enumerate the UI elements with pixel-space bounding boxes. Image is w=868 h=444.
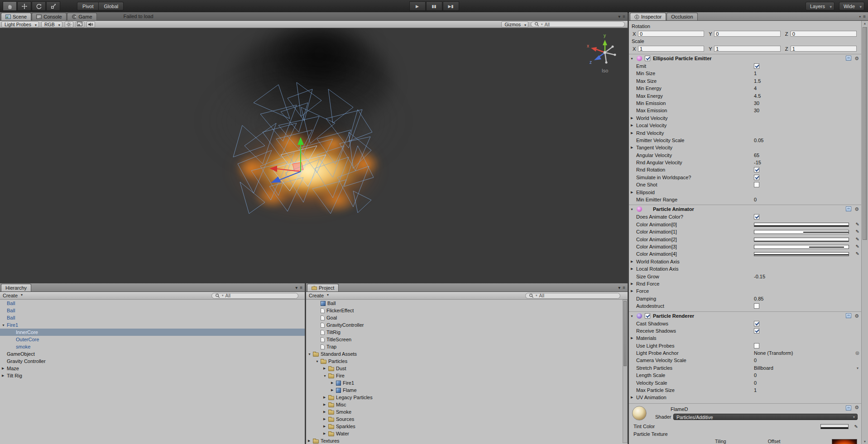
project-row[interactable]: GravityController	[306, 321, 622, 329]
help-book-icon[interactable]	[846, 313, 851, 318]
inspector-property-row[interactable]: Color Animation[2] ✎ ◎	[629, 236, 861, 243]
rotate-tool-button[interactable]	[32, 1, 46, 11]
hierarchy-row[interactable]: Fire1	[0, 321, 305, 329]
property-value[interactable]: None (Transform)	[754, 349, 793, 357]
create-menu-button[interactable]: Create	[309, 293, 330, 298]
gradient-bar[interactable]	[754, 238, 849, 242]
projection-mode-label[interactable]: Iso	[592, 68, 618, 73]
help-book-icon[interactable]	[846, 406, 851, 411]
inspector-property-row[interactable]: Camera Velocity Scale 0 ✎ ◎	[629, 357, 861, 364]
gear-icon[interactable]: ⚙	[854, 205, 859, 213]
global-button[interactable]: Global	[99, 2, 124, 10]
object-picker-icon[interactable]: ◎	[855, 349, 859, 357]
hierarchy-row[interactable]: OuterCore	[0, 336, 305, 343]
property-value[interactable]: 4.5	[754, 92, 761, 100]
property-checkbox[interactable]	[754, 182, 759, 187]
inspector-property-row[interactable]: Does Animate Color? ✎ ◎	[629, 213, 861, 220]
inspector-property-row[interactable]: Max Emission 30 ✎ ◎	[629, 107, 861, 114]
component-header-emitter[interactable]: ▼ Ellipsoid Particle Emitter ⚙	[629, 54, 861, 62]
pane-dropdown-icon[interactable]: ▾	[618, 14, 620, 19]
property-checkbox[interactable]	[754, 175, 759, 180]
foldout-arrow-icon[interactable]	[631, 258, 633, 265]
project-row[interactable]: Fire1	[306, 379, 622, 387]
inspector-property-row[interactable]: Angular Velocity 65 ✎ ◎	[629, 152, 861, 159]
project-row[interactable]: Misc	[306, 401, 622, 408]
scroll-down-icon[interactable]: ▼	[862, 440, 868, 443]
inspector-property-row[interactable]: Min Size 1 ✎ ◎	[629, 70, 861, 77]
inspector-property-row[interactable]: Max Size 1.5 ✎ ◎	[629, 77, 861, 85]
hierarchy-row[interactable]: Maze	[0, 365, 305, 372]
hierarchy-row[interactable]: Ball	[0, 300, 305, 307]
pivot-button[interactable]: Pivot	[77, 2, 99, 10]
property-checkbox[interactable]	[754, 321, 759, 326]
search-filter-arrow-icon[interactable]: ▾	[222, 294, 224, 297]
inspector-property-row[interactable]: Max Energy 4.5 ✎ ◎	[629, 92, 861, 100]
tab-hierarchy[interactable]: Hierarchy	[1, 284, 31, 291]
project-row[interactable]: Legacy Particles	[306, 394, 622, 401]
property-value[interactable]: 0	[754, 379, 757, 387]
inspector-property-row[interactable]: Ellipsoid ✎ ◎	[629, 189, 861, 196]
move-tool-button[interactable]	[17, 1, 31, 11]
foldout-arrow-icon[interactable]	[323, 403, 328, 406]
property-value[interactable]: 4	[754, 85, 757, 92]
scene-lighting-toggle[interactable]	[65, 21, 73, 28]
inspector-property-row[interactable]: Color Animation[0] ✎ ◎	[629, 221, 861, 228]
help-book-icon[interactable]	[846, 206, 851, 211]
play-button[interactable]: ▶	[409, 1, 426, 11]
project-scrollbar[interactable]	[623, 300, 628, 443]
project-row[interactable]: TiltRig	[306, 329, 622, 336]
foldout-arrow-icon[interactable]	[331, 388, 336, 392]
property-value[interactable]: 0	[754, 357, 757, 364]
project-row[interactable]: Particles	[306, 358, 622, 365]
scroll-up-icon[interactable]: ▲	[862, 22, 868, 25]
pane-menu-icon[interactable]: ≡	[623, 285, 625, 290]
property-value[interactable]: 0.85	[754, 295, 763, 302]
inspector-property-row[interactable]: Min Emitter Range 0 ✎ ◎	[629, 196, 861, 203]
inspector-property-row[interactable]: Use Light Probes ✎ ◎	[629, 342, 861, 349]
step-button[interactable]: ▶▮	[443, 1, 459, 11]
pane-dropdown-icon[interactable]: ▾	[618, 285, 620, 290]
property-value[interactable]: 30	[754, 100, 759, 107]
inspector-property-row[interactable]: Damping 0.85 ✎ ◎	[629, 295, 861, 302]
component-header-renderer[interactable]: ▼ Particle Renderer ⚙	[629, 311, 861, 320]
inspector-property-row[interactable]: Materials ✎ ◎	[629, 334, 861, 342]
hierarchy-row[interactable]: smoke	[0, 343, 305, 350]
inspector-property-row[interactable]: Force ✎ ◎	[629, 287, 861, 295]
inspector-property-row[interactable]: Cast Shadows ✎ ◎	[629, 320, 861, 327]
inspector-property-row[interactable]: Rnd Rotation ✎ ◎	[629, 166, 861, 173]
pane-menu-icon[interactable]: ≡	[623, 14, 625, 19]
pane-dropdown-icon[interactable]: ▾	[295, 285, 297, 290]
gradient-bar[interactable]	[754, 230, 849, 234]
eyedropper-icon[interactable]: ✎	[856, 221, 859, 228]
project-row[interactable]: Ball	[306, 300, 622, 307]
inspector-property-row[interactable]: Min Energy 4 ✎ ◎	[629, 85, 861, 92]
axis-value-field[interactable]: 1	[714, 46, 780, 52]
foldout-arrow-icon[interactable]	[323, 396, 328, 399]
property-value[interactable]: 0	[754, 196, 757, 203]
inspector-property-row[interactable]: Color Animation[1] ✎ ◎	[629, 228, 861, 235]
foldout-arrow-icon[interactable]	[323, 432, 328, 435]
foldout-arrow-icon[interactable]	[631, 144, 633, 151]
inspector-property-row[interactable]: Tangent Velocity ✎ ◎	[629, 144, 861, 151]
pause-button[interactable]: ▮▮	[426, 1, 442, 11]
project-row[interactable]: Trap	[306, 343, 622, 350]
lock-icon[interactable]: ▪	[859, 14, 861, 19]
foldout-arrow-icon[interactable]: ▼	[630, 55, 633, 63]
foldout-arrow-icon[interactable]	[308, 353, 313, 356]
foldout-arrow-icon[interactable]	[631, 265, 633, 272]
foldout-arrow-icon[interactable]	[323, 367, 328, 370]
foldout-arrow-icon[interactable]	[308, 439, 313, 443]
foldout-arrow-icon[interactable]	[2, 324, 7, 327]
property-value[interactable]: 30	[754, 107, 759, 114]
inspector-property-row[interactable]: Velocity Scale 0 ✎ ◎	[629, 379, 861, 387]
property-checkbox[interactable]	[754, 303, 759, 309]
inspector-property-row[interactable]: Emit ✎ ◎	[629, 62, 861, 70]
inspector-property-row[interactable]: Max Particle Size 1 ✎ ◎	[629, 387, 861, 394]
foldout-arrow-icon[interactable]	[631, 189, 633, 196]
tab-game[interactable]: Game	[67, 13, 97, 20]
pane-menu-icon[interactable]: ≡	[300, 285, 302, 290]
project-row[interactable]: Dust	[306, 365, 622, 372]
property-checkbox[interactable]	[754, 63, 759, 69]
eyedropper-icon[interactable]: ✎	[856, 250, 859, 258]
hierarchy-row[interactable]: Ball	[0, 314, 305, 321]
